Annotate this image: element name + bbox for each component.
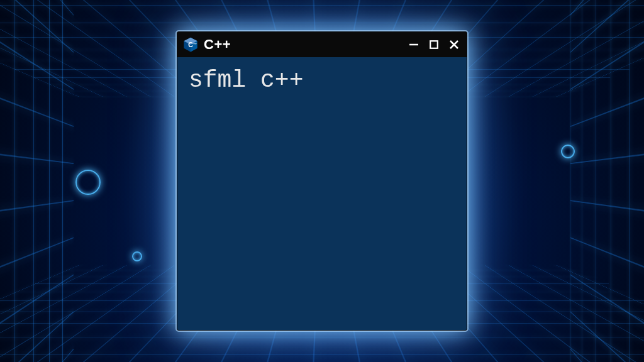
window-glow: C + + C++	[177, 31, 467, 331]
maximize-button[interactable]	[428, 38, 440, 51]
cpp-icon: C + +	[182, 36, 199, 53]
terminal-window: C + + C++	[177, 31, 467, 331]
window-controls	[408, 38, 460, 51]
window-title: C++	[204, 36, 402, 53]
close-button[interactable]	[448, 38, 460, 51]
svg-text:+: +	[195, 42, 197, 45]
svg-rect-7	[430, 41, 438, 48]
svg-text:C: C	[188, 41, 193, 48]
titlebar[interactable]: C + + C++	[177, 32, 467, 57]
terminal-content[interactable]: sfml c++	[177, 57, 467, 330]
minimize-button[interactable]	[408, 38, 420, 51]
